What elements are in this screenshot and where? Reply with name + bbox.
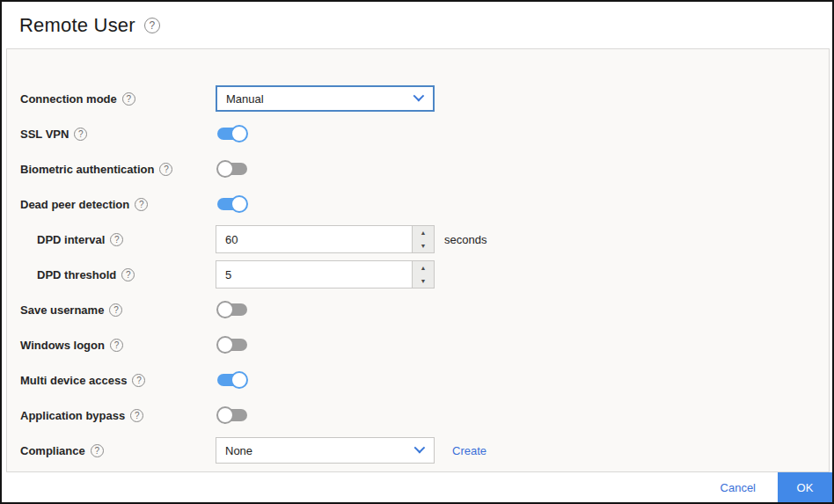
dpd-interval-suffix: seconds [444,233,486,246]
toggle-knob [216,406,234,424]
application-bypass-control [216,409,247,421]
compliance-select[interactable]: None [216,437,435,464]
connection-mode-value: Manual [226,92,264,106]
spinner-up-icon[interactable]: ▲ [413,226,434,239]
application-bypass-help-icon[interactable]: ? [130,409,143,422]
connection-mode-select[interactable]: Manual [216,85,435,112]
dead-peer-detection-label: Dead peer detection [20,198,129,211]
application-bypass-label-cell: Application bypass ? [20,409,216,422]
settings-form: Connection mode ? Manual SSL VPN ? Biome… [6,48,830,472]
biometric-authentication-control [216,163,247,175]
dialog-header: Remote User ? [2,2,832,48]
dpd-interval-help-icon[interactable]: ? [110,233,123,246]
toggle-knob [216,301,234,318]
multi-device-access-label: Multi device access [20,374,127,387]
row-dpd-threshold: DPD threshold ? ▲ ▼ [7,257,829,292]
toggle-knob [230,371,248,389]
connection-mode-label: Connection mode [20,92,117,106]
windows-logon-label-cell: Windows logon ? [20,339,216,352]
multi-device-access-label-cell: Multi device access ? [20,374,216,387]
row-connection-mode: Connection mode ? Manual [7,81,829,116]
row-save-username: Save username ? [7,292,829,327]
dpd-threshold-stepper: ▲ ▼ [412,261,434,288]
toggle-knob [216,336,234,354]
biometric-authentication-toggle[interactable] [217,163,247,175]
save-username-help-icon[interactable]: ? [109,303,122,317]
dpd-threshold-field: ▲ ▼ [216,260,435,289]
dpd-threshold-help-icon[interactable]: ? [121,268,135,281]
dpd-interval-control: ▲ ▼ seconds [216,225,486,253]
row-ssl-vpn: SSL VPN ? [7,116,829,151]
save-username-label: Save username [20,303,104,317]
row-windows-logon: Windows logon ? [7,327,829,362]
ssl-vpn-help-icon[interactable]: ? [74,128,87,141]
dialog-footer: Cancel OK [2,472,832,502]
spinner-down-icon[interactable]: ▼ [413,239,434,252]
application-bypass-toggle[interactable] [217,409,247,421]
biometric-authentication-help-icon[interactable]: ? [159,163,172,176]
windows-logon-help-icon[interactable]: ? [110,339,123,352]
toggle-knob [230,195,248,213]
dead-peer-detection-control [216,198,247,210]
dpd-interval-field: ▲ ▼ [216,225,435,253]
chevron-down-icon [413,91,425,102]
ssl-vpn-label-cell: SSL VPN ? [20,128,216,141]
ok-button[interactable]: OK [778,472,832,502]
biometric-authentication-label: Biometric authentication [20,163,154,176]
dpd-interval-label: DPD interval [37,233,105,246]
remote-user-dialog: { "dialog": { "title": "Remote User" }, … [0,0,834,504]
dpd-threshold-label: DPD threshold [37,268,116,281]
row-compliance: Compliance ? None Create [7,433,829,468]
windows-logon-control [216,339,247,351]
chevron-down-icon [414,442,426,454]
title-help-icon[interactable]: ? [144,18,160,33]
save-username-toggle[interactable] [217,303,247,316]
row-dpd-interval: DPD interval ? ▲ ▼ seconds [7,222,829,257]
row-dead-peer-detection: Dead peer detection ? [7,186,829,222]
dpd-threshold-label-cell: DPD threshold ? [20,268,216,281]
dead-peer-detection-toggle[interactable] [217,198,247,210]
windows-logon-label: Windows logon [20,339,105,352]
cancel-button[interactable]: Cancel [721,481,756,494]
dpd-interval-label-cell: DPD interval ? [20,233,216,246]
ssl-vpn-control [216,128,247,140]
save-username-label-cell: Save username ? [20,303,216,317]
create-compliance-link[interactable]: Create [452,444,486,457]
windows-logon-toggle[interactable] [217,339,247,351]
connection-mode-control: Manual [216,85,435,112]
dpd-interval-input[interactable] [216,226,412,252]
spinner-up-icon[interactable]: ▲ [413,261,434,274]
multi-device-access-help-icon[interactable]: ? [132,374,145,387]
ssl-vpn-toggle[interactable] [217,128,247,140]
biometric-authentication-label-cell: Biometric authentication ? [20,163,216,176]
connection-mode-label-cell: Connection mode ? [20,92,216,106]
connection-mode-help-icon[interactable]: ? [122,92,135,106]
dead-peer-detection-label-cell: Dead peer detection ? [20,198,216,211]
row-biometric-authentication: Biometric authentication ? [7,151,829,186]
page-title: Remote User [19,14,135,37]
multi-device-access-toggle[interactable] [217,374,247,386]
dpd-threshold-control: ▲ ▼ [216,260,435,289]
dpd-interval-stepper: ▲ ▼ [412,226,434,252]
compliance-help-icon[interactable]: ? [91,444,104,457]
row-multi-device-access: Multi device access ? [7,362,829,398]
row-application-bypass: Application bypass ? [7,398,829,433]
dpd-threshold-input[interactable] [216,261,412,288]
toggle-knob [230,125,248,142]
dead-peer-detection-help-icon[interactable]: ? [135,198,148,211]
compliance-control: None Create [216,437,486,464]
compliance-value: None [225,444,252,457]
compliance-label-cell: Compliance ? [20,444,216,457]
compliance-label: Compliance [20,444,85,457]
multi-device-access-control [216,374,247,386]
save-username-control [216,303,247,316]
toggle-knob [216,160,234,178]
application-bypass-label: Application bypass [20,409,125,422]
spinner-down-icon[interactable]: ▼ [413,274,434,288]
ssl-vpn-label: SSL VPN [20,128,69,141]
